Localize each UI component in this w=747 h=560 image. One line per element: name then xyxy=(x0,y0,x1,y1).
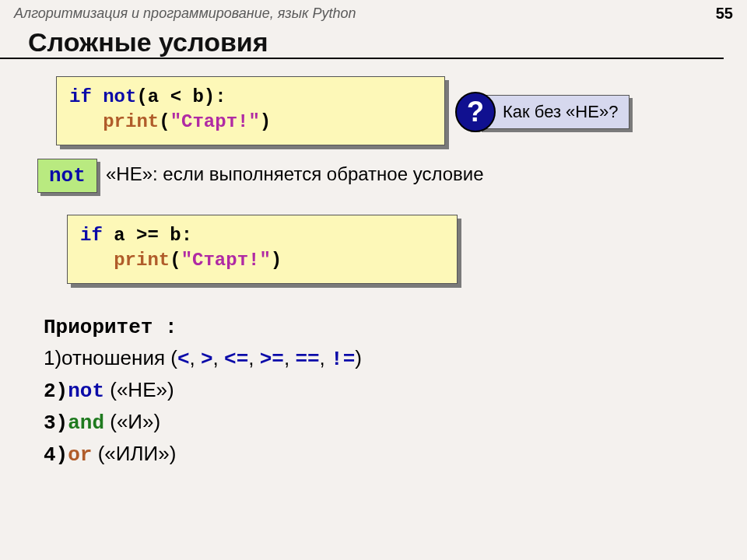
op-ne: != xyxy=(331,348,355,371)
op-lt: < xyxy=(177,348,190,371)
page-number: 55 xyxy=(716,5,733,23)
header-bar: Алгоритмизация и программирование, язык … xyxy=(0,0,747,26)
question-callout: ? Как без «НЕ»? xyxy=(455,92,630,132)
keyword-or: or xyxy=(68,443,92,467)
fn-print: print xyxy=(103,111,159,132)
code-block-if-ge: if a >= b: print("Старт!") xyxy=(67,215,458,284)
code-block-if-not: if not(a < b): print("Старт!") xyxy=(56,76,445,145)
not-badge: not xyxy=(37,159,97,193)
code-cond-1: (a < b): xyxy=(136,86,226,107)
code-cond-2: a >= b: xyxy=(103,225,192,246)
op-le: <= xyxy=(224,348,248,371)
fn-print: print xyxy=(114,250,170,271)
op-ge: >= xyxy=(260,348,284,371)
keyword-and: and xyxy=(68,411,104,435)
keyword-not: not xyxy=(68,380,104,403)
keyword-if: if xyxy=(80,225,103,246)
keyword-not: not xyxy=(103,86,136,107)
string-literal: "Старт!" xyxy=(170,111,260,132)
question-mark-icon: ? xyxy=(455,92,496,132)
priority-block: Приоритет : 1)отношения (<, >, <=, >=, =… xyxy=(44,311,362,471)
not-description: «НЕ»: если выполняется обратное условие xyxy=(106,163,484,185)
priority-title: Приоритет : xyxy=(44,316,177,339)
op-eq: == xyxy=(295,348,319,371)
question-text: Как без «НЕ»? xyxy=(479,95,630,129)
keyword-if: if xyxy=(69,86,92,107)
op-gt: > xyxy=(201,348,213,371)
course-title: Алгоритмизация и программирование, язык … xyxy=(14,5,356,22)
string-literal: "Старт!" xyxy=(181,250,271,271)
slide-title: Сложные условия xyxy=(0,26,724,59)
